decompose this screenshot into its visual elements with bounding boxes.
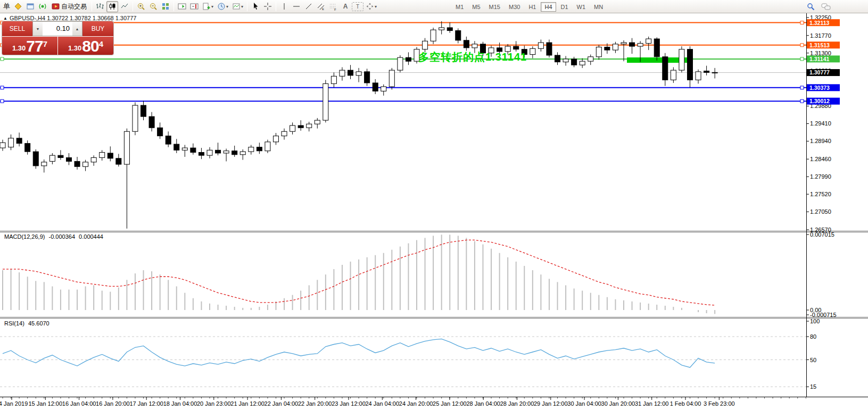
- channel-icon[interactable]: E: [315, 1, 327, 12]
- time-axis-label: 21 Jan 12:00: [230, 400, 264, 407]
- line-anchor[interactable]: [1, 86, 4, 89]
- chevron-down-icon: ▾: [211, 4, 213, 9]
- fibonacci-icon[interactable]: F: [327, 1, 339, 12]
- candle-bull: [133, 105, 138, 131]
- signal-icon[interactable]: [37, 1, 48, 12]
- candle-bear: [116, 158, 121, 164]
- tab-timeframe-m5[interactable]: M5: [468, 2, 484, 12]
- candle-bull: [671, 70, 676, 80]
- time-axis-label: 16 Jan 20:00: [96, 400, 130, 407]
- new-chart-button[interactable]: ▾: [201, 1, 215, 12]
- candle-bull: [696, 72, 701, 80]
- time-axis[interactable]: 14 Jan 201915 Jan 12:0016 Jan 04:0016 Ja…: [0, 397, 868, 407]
- candle-bull: [42, 162, 47, 166]
- templates-button[interactable]: ▾: [230, 1, 245, 12]
- time-axis-label: 31 Jan 12:00: [635, 400, 669, 407]
- tab-timeframe-d1[interactable]: D1: [557, 2, 572, 12]
- separator: [92, 2, 92, 11]
- tile-windows-icon[interactable]: [160, 1, 171, 12]
- zoom-out-icon[interactable]: [147, 1, 159, 12]
- time-axis-label: 3 Feb 23:00: [704, 400, 735, 407]
- sell-price-button[interactable]: 1.30 77 7: [2, 37, 57, 55]
- line-anchor[interactable]: [800, 99, 804, 103]
- candle-bull: [124, 131, 129, 164]
- candle-bull: [83, 162, 88, 166]
- volume-increase-button[interactable]: ▲: [72, 22, 82, 36]
- chart-annotation-text[interactable]: 多空转折的点1.31141: [418, 50, 527, 64]
- search-icon[interactable]: [805, 1, 816, 12]
- volume-field[interactable]: 0.10: [43, 22, 72, 36]
- line-anchor[interactable]: [800, 57, 804, 61]
- candle-bear: [654, 39, 659, 57]
- macd-indicator-label: MACD(12,26,9) -0.000364 0.000444: [4, 233, 105, 240]
- symbol-info-line: ▲GBPUSD-,H4 1.30722 1.30782 1.30668 1.30…: [3, 15, 136, 21]
- crosshair-icon[interactable]: [262, 1, 274, 12]
- candle-bull: [472, 44, 477, 48]
- tab-timeframe-m1[interactable]: M1: [452, 2, 467, 12]
- tab-timeframe-m30[interactable]: M30: [505, 2, 524, 12]
- candle-bear: [630, 43, 635, 46]
- trend-line-icon[interactable]: [303, 1, 315, 12]
- chart-line-icon[interactable]: [119, 1, 130, 12]
- autotrading-icon: [52, 2, 60, 11]
- text-icon[interactable]: A: [340, 1, 351, 12]
- line-anchor[interactable]: [800, 86, 804, 89]
- tab-timeframe-h1[interactable]: H1: [525, 2, 540, 12]
- tab-timeframe-mn[interactable]: MN: [590, 2, 607, 12]
- line-anchor[interactable]: [800, 21, 804, 24]
- buy-button[interactable]: BUY: [82, 21, 113, 36]
- horizontal-line-icon[interactable]: [291, 1, 302, 12]
- line-anchor[interactable]: [1, 99, 4, 103]
- line-anchor[interactable]: [1, 57, 4, 61]
- timeframe-toolbar: M1 M5 M15 M30 H1 H4 D1 W1 MN: [451, 1, 607, 13]
- arrows-tool-button[interactable]: ▾: [364, 1, 378, 12]
- candle-bull: [49, 155, 55, 161]
- tab-timeframe-w1[interactable]: W1: [573, 2, 590, 12]
- time-axis-label: 22 Jan 20:00: [298, 400, 332, 407]
- candle-bear: [166, 136, 171, 144]
- market-watch-icon[interactable]: [24, 1, 36, 12]
- autotrading-button[interactable]: 自动交易: [49, 1, 89, 12]
- tab-timeframe-h4[interactable]: H4: [541, 2, 556, 12]
- candle-bull: [431, 30, 436, 41]
- chart-candles-icon[interactable]: [106, 1, 118, 12]
- arrows-icon: [366, 2, 374, 11]
- chat-icon[interactable]: [821, 1, 832, 12]
- price-tick-label: 1.31770: [810, 32, 831, 39]
- menu-label[interactable]: 单: [2, 2, 12, 11]
- volume-decrease-button[interactable]: ▼: [33, 22, 43, 36]
- chart-bars-icon[interactable]: [94, 1, 106, 12]
- candle-bear: [199, 153, 204, 156]
- vertical-line-icon[interactable]: [278, 1, 290, 12]
- auto-scroll-icon[interactable]: [176, 1, 188, 12]
- price-tick-label: 1.27520: [810, 191, 831, 197]
- profiles-button[interactable]: ▾: [216, 1, 230, 12]
- sell-button[interactable]: SELL: [2, 21, 32, 36]
- line-anchor[interactable]: [800, 44, 804, 47]
- time-axis-label: 20 Jan 23:00: [197, 400, 231, 407]
- new-order-icon[interactable]: [12, 1, 24, 12]
- buy-price-button[interactable]: 1.30 80 4: [58, 37, 113, 55]
- sell-price-sup: 7: [43, 39, 47, 48]
- buy-price-sup: 4: [99, 39, 103, 48]
- one-click-trading-panel: SELL ▼ 0.10 ▲ BUY 1.30 77 7 1.30 80 4: [2, 21, 113, 55]
- candle-bull: [307, 124, 312, 128]
- time-axis-label: 30 Jan 04:00: [567, 400, 601, 407]
- candle-bear: [547, 43, 552, 55]
- chevron-down-icon: ▾: [375, 4, 377, 9]
- price-badge-label: 1.30012: [809, 98, 830, 104]
- time-axis-label: 24 Jan 04:00: [365, 400, 399, 407]
- collapse-arrow-icon[interactable]: ▲: [3, 16, 7, 21]
- chart-shift-icon[interactable]: [188, 1, 200, 12]
- zoom-in-icon[interactable]: [135, 1, 147, 12]
- candle-bull: [580, 61, 585, 65]
- tab-timeframe-m15[interactable]: M15: [485, 2, 504, 12]
- macd-axis-label: 0.007015: [810, 231, 834, 238]
- time-axis-label: 30 Jan 20:00: [601, 400, 635, 407]
- price-badge-label: 1.30373: [809, 85, 830, 91]
- cursor-icon[interactable]: [250, 1, 261, 12]
- text-label-icon[interactable]: T: [352, 2, 363, 11]
- time-axis-label: 1 Feb 04:00: [670, 400, 701, 407]
- time-axis-label: 16 Jan 04:00: [62, 400, 96, 407]
- macd-axis-label: -0.000715: [810, 312, 837, 318]
